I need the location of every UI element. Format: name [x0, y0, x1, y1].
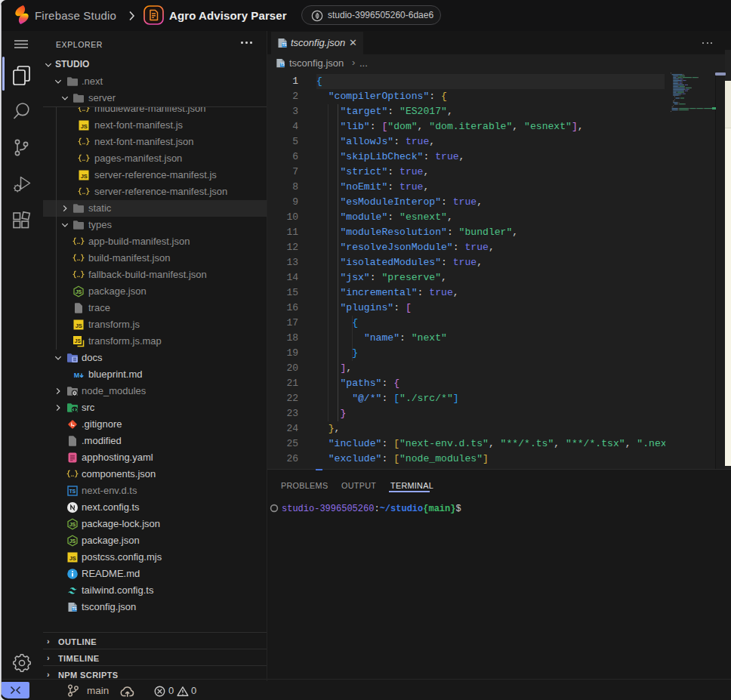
svg-text:TS: TS: [280, 63, 285, 66]
svg-text:JS: JS: [69, 555, 76, 562]
svg-text:JS: JS: [69, 538, 76, 544]
svg-text:JS: JS: [75, 338, 82, 344]
svg-text:TS: TS: [69, 489, 76, 494]
svg-text:JS: JS: [81, 173, 88, 180]
svg-text:M: M: [74, 372, 80, 379]
svg-text:JS: JS: [76, 289, 82, 294]
svg-text:JS: JS: [76, 322, 82, 329]
svg-text:TS: TS: [72, 607, 77, 611]
svg-text:JS: JS: [69, 522, 76, 527]
svg-text:JS: JS: [81, 123, 88, 130]
svg-text:TS: TS: [282, 43, 287, 47]
